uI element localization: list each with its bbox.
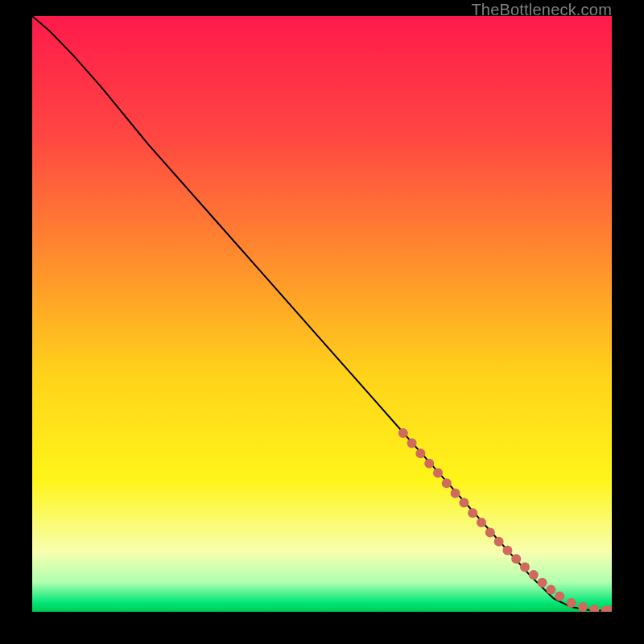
chart-background [32,16,612,612]
highlight-point [424,459,434,469]
highlight-point [555,592,564,601]
chart-frame: TheBottleneck.com [0,0,644,644]
highlight-point [415,448,425,458]
highlight-point [511,554,521,564]
highlight-point [520,563,530,572]
highlight-point [502,546,512,555]
highlight-point [398,428,408,438]
highlight-point [451,489,460,498]
highlight-point [538,578,547,588]
highlight-point [578,602,588,612]
highlight-point [468,508,477,518]
chart-svg [32,16,612,612]
highlight-point [433,469,443,478]
plot-area [32,16,612,612]
highlight-point [459,498,469,508]
highlight-point [477,518,486,527]
highlight-point [494,537,504,547]
highlight-point [442,478,452,488]
highlight-point [529,570,539,580]
highlight-point [407,439,417,448]
highlight-point [546,585,555,595]
highlight-point [485,528,495,538]
highlight-point [567,598,576,608]
